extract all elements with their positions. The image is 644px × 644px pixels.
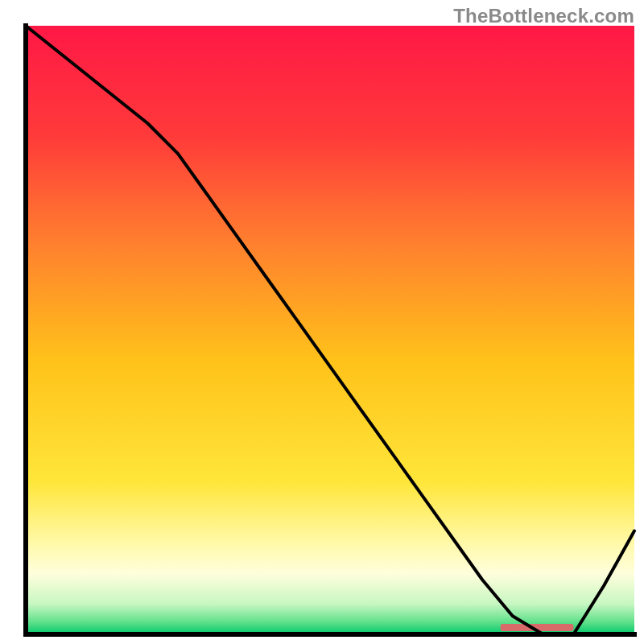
bottleneck-chart xyxy=(0,0,644,644)
chart-frame: TheBottleneck.com xyxy=(0,0,644,644)
watermark-text: TheBottleneck.com xyxy=(453,5,634,27)
plot-background xyxy=(26,26,634,634)
